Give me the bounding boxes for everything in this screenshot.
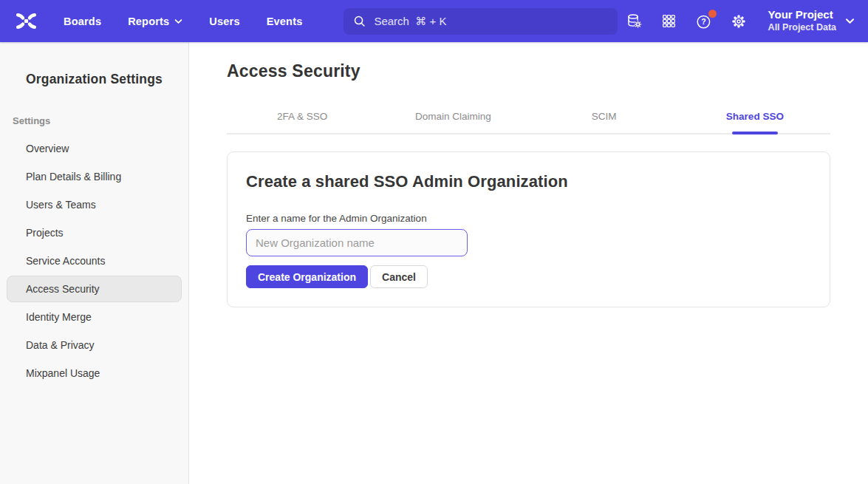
nav-events[interactable]: Events <box>267 16 303 27</box>
search-input[interactable] <box>374 15 608 27</box>
sidebar-item-users-teams[interactable]: Users & Teams <box>7 191 182 218</box>
sidebar-item-access-security[interactable]: Access Security <box>7 276 182 302</box>
tab-domain-claiming[interactable]: Domain Claiming <box>377 101 528 133</box>
org-name-input[interactable] <box>246 229 468 256</box>
settings-gear-icon <box>731 13 747 30</box>
project-data-scope: All Project Data <box>768 22 836 34</box>
sidebar-nav: Overview Plan Details & Billing Users & … <box>0 135 188 386</box>
sidebar-item-service-accounts[interactable]: Service Accounts <box>7 248 182 274</box>
help-button[interactable]: ? <box>694 12 714 31</box>
sidebar-item-plan-details-billing[interactable]: Plan Details & Billing <box>7 163 182 190</box>
sidebar-item-projects[interactable]: Projects <box>7 219 182 246</box>
search-box[interactable] <box>344 8 618 35</box>
main-content: Access Security 2FA & SSO Domain Claimin… <box>189 42 868 484</box>
top-navbar: Boards Reports Users Events <box>0 0 868 42</box>
card-actions: Create Organization Cancel <box>246 265 811 288</box>
nav-users-label: Users <box>209 16 239 27</box>
nav-users[interactable]: Users <box>209 16 239 27</box>
nav-reports[interactable]: Reports <box>128 16 182 27</box>
settings-button[interactable] <box>729 12 748 31</box>
org-name-label: Enter a name for the Admin Organization <box>246 213 811 224</box>
project-switcher-labels: Your Project All Project Data <box>768 8 836 33</box>
sidebar: Organization Settings Settings Overview … <box>0 42 189 484</box>
chevron-down-icon <box>845 18 855 24</box>
nav-boards-label: Boards <box>64 16 101 27</box>
nav-reports-label: Reports <box>128 16 169 27</box>
project-switcher[interactable]: Your Project All Project Data <box>768 8 855 33</box>
card-heading: Create a shared SSO Admin Organization <box>246 172 811 191</box>
search-icon <box>353 15 366 28</box>
help-glyph: ? <box>701 17 705 26</box>
tab-scim[interactable]: SCIM <box>529 101 680 133</box>
cancel-button[interactable]: Cancel <box>370 265 428 288</box>
tab-shared-sso[interactable]: Shared SSO <box>680 101 830 133</box>
sidebar-section-label: Settings <box>13 115 188 126</box>
nav-boards[interactable]: Boards <box>64 16 101 27</box>
nav-events-label: Events <box>267 16 303 27</box>
apps-grid-icon <box>661 13 677 29</box>
tab-2fa-sso[interactable]: 2FA & SSO <box>227 101 377 133</box>
sidebar-item-overview[interactable]: Overview <box>7 135 182 162</box>
primary-nav: Boards Reports Users Events <box>64 16 302 27</box>
data-pipeline-icon <box>626 13 643 30</box>
tab-bar: 2FA & SSO Domain Claiming SCIM Shared SS… <box>227 101 830 134</box>
mixpanel-logo-icon <box>14 10 38 32</box>
apps-grid-button[interactable] <box>660 12 679 31</box>
sidebar-item-mixpanel-usage[interactable]: Mixpanel Usage <box>7 360 182 386</box>
notification-dot <box>708 10 717 18</box>
chevron-down-icon <box>174 18 182 24</box>
content-shell: Organization Settings Settings Overview … <box>0 42 868 484</box>
sidebar-item-identity-merge[interactable]: Identity Merge <box>7 304 182 330</box>
create-shared-sso-card: Create a shared SSO Admin Organization E… <box>227 151 830 307</box>
sidebar-item-data-privacy[interactable]: Data & Privacy <box>7 332 182 358</box>
mixpanel-logo[interactable] <box>13 10 38 33</box>
create-organization-button[interactable]: Create Organization <box>246 265 368 288</box>
sidebar-title: Organization Settings <box>0 72 188 87</box>
topbar-actions: ? Your Proj <box>625 8 855 33</box>
project-name: Your Project <box>768 8 836 22</box>
page-title: Access Security <box>227 61 830 81</box>
data-pipeline-button[interactable] <box>625 12 644 31</box>
